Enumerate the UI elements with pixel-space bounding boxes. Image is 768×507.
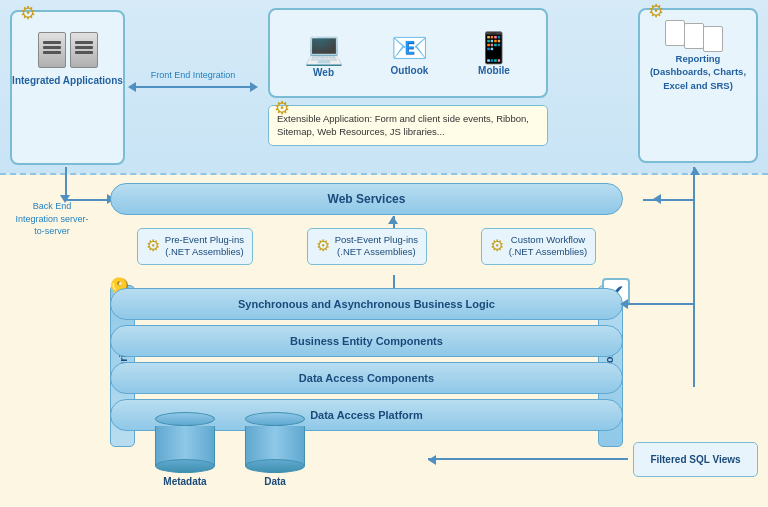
data-db-bottom (245, 459, 305, 473)
right-to-process-h (623, 303, 695, 305)
report-pages (665, 20, 731, 46)
sync-async-bar: Synchronous and Asynchronous Business Lo… (110, 288, 623, 320)
backend-integration-label: Back End Integration server-to-server (12, 200, 92, 238)
gear-icon-ext: ⚙ (274, 96, 290, 121)
web-services-label: Web Services (328, 192, 406, 206)
outlook-label: Outlook (391, 65, 429, 76)
gear-icon-integrated: ⚙ (20, 2, 40, 22)
report-page-2 (684, 23, 704, 49)
gear-icon-workflow: ⚙ (490, 236, 504, 257)
post-event-label: Post-Event Plug-ins(.NET Assemblies) (335, 234, 418, 259)
report-page-3 (703, 26, 723, 52)
business-entity-label: Business Entity Components (290, 335, 443, 347)
right-arrow-up (690, 167, 700, 175)
data-access-platform-label: Data Access Platform (310, 409, 423, 421)
left-connector-v (65, 167, 67, 197)
outlook-item: 📧 Outlook (391, 30, 429, 76)
gear-icon-pre-event: ⚙ (146, 236, 160, 257)
main-content-area: Synchronous and Asynchronous Business Lo… (110, 288, 623, 431)
metadata-db-top (155, 412, 215, 426)
metadata-db: Metadata (155, 412, 215, 487)
business-entity-bar: Business Entity Components (110, 325, 623, 357)
front-end-box: 💻 Web 📧 Outlook 📱 Mobile (268, 8, 548, 98)
front-end-label: Front End Integration (151, 70, 236, 80)
data-db-top (245, 412, 305, 426)
data-db-label: Data (264, 476, 286, 487)
sync-async-label: Synchronous and Asynchronous Business Lo… (238, 298, 495, 310)
server-box-2 (70, 32, 98, 68)
laptop-icon: 💻 (304, 29, 344, 67)
reporting-box: ⚙ Reporting(Dashboards, Charts, Excel an… (638, 8, 758, 163)
pre-event-label: Pre-Event Plug-ins(.NET Assemblies) (165, 234, 244, 259)
filtered-sql-box: Filtered SQL Views (633, 442, 758, 477)
web-services-bar: Web Services (110, 183, 623, 215)
plugins-row: ⚙ Pre-Event Plug-ins(.NET Assemblies) ⚙ … (110, 228, 623, 265)
gear-icon-post-event: ⚙ (316, 236, 330, 257)
reporting-label: Reporting(Dashboards, Charts, Excel and … (640, 52, 756, 92)
front-end-arrow: Front End Integration (128, 70, 258, 92)
right-h-connector (643, 199, 693, 201)
extensible-app-text: Extensible Application: Form and client … (277, 113, 529, 137)
data-access-components-bar: Data Access Components (110, 362, 623, 394)
right-arrow-left (653, 194, 661, 204)
custom-workflow-label: Custom Workflow(.NET Assemblies) (509, 234, 587, 259)
database-row: Metadata Data (155, 412, 305, 487)
arrow-head-right (250, 82, 258, 92)
arrow-body (136, 86, 250, 88)
phone-icon: 📱 (475, 30, 512, 65)
filtered-sql-label: Filtered SQL Views (650, 454, 740, 465)
pre-event-plugin-box: ⚙ Pre-Event Plug-ins(.NET Assemblies) (137, 228, 253, 265)
custom-workflow-box: ⚙ Custom Workflow(.NET Assemblies) (481, 228, 596, 265)
gear-icon-reporting: ⚙ (648, 0, 664, 22)
report-page-1 (665, 20, 685, 46)
metadata-db-bottom (155, 459, 215, 473)
data-db: Data (245, 412, 305, 487)
web-item: 💻 Web (304, 29, 344, 78)
sql-to-db-head (428, 455, 436, 465)
post-event-plugin-box: ⚙ Post-Event Plug-ins(.NET Assemblies) (307, 228, 427, 265)
ws-up-arrow-head (388, 216, 398, 224)
arrow-head-left (128, 82, 136, 92)
reporting-to-ws-v (693, 167, 695, 387)
web-label: Web (313, 67, 334, 78)
mobile-label: Mobile (478, 65, 510, 76)
mobile-item: 📱 Mobile (475, 30, 512, 76)
data-access-components-label: Data Access Components (299, 372, 434, 384)
server-box-1 (38, 32, 66, 68)
metadata-db-label: Metadata (163, 476, 206, 487)
integrated-apps-box: ⚙ Integrated Applications (10, 10, 125, 165)
extensible-app-box: ⚙ Extensible Application: Form and clien… (268, 105, 548, 146)
front-end-arrow-line (128, 82, 258, 92)
integrated-apps-label: Integrated Applications (12, 74, 123, 87)
server-icons (38, 32, 98, 68)
sql-to-db-h (428, 458, 628, 460)
email-icon: 📧 (391, 30, 428, 65)
